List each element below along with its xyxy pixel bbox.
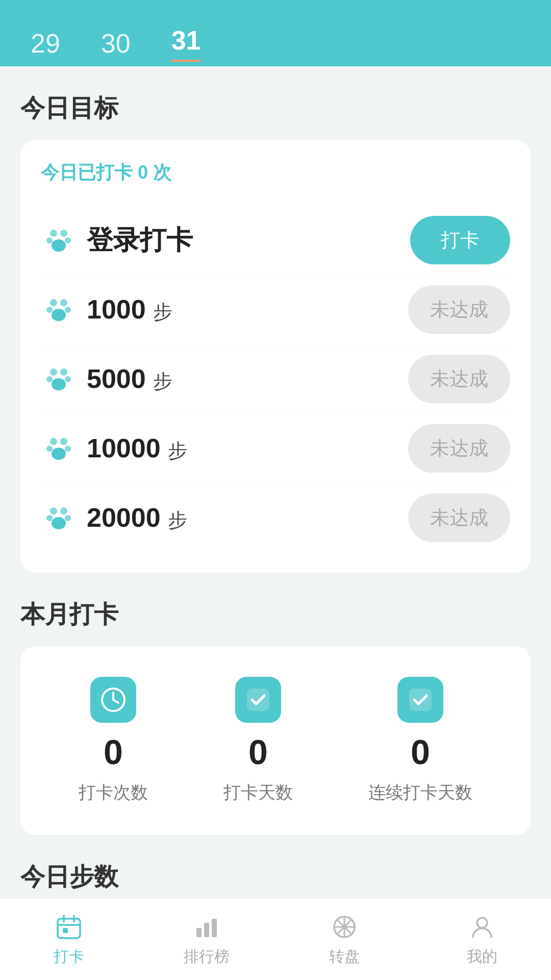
goal-row-5000: 5000 步 未达成 (41, 345, 510, 414)
stat-consecutive-days: 0 连续打卡天数 (368, 677, 472, 804)
user-icon (467, 912, 497, 942)
nav-label-spin: 转盘 (329, 946, 360, 967)
svg-point-12 (46, 376, 53, 382)
svg-rect-40 (196, 928, 202, 937)
main-content: 今日目标 今日已打卡 0 次 登录打卡 打卡 (0, 66, 551, 980)
nav-label-mine: 我的 (467, 946, 497, 967)
goal-text-5000: 5000 步 (87, 363, 172, 395)
check-icon-consecutive (397, 677, 443, 723)
svg-point-2 (46, 237, 53, 243)
incomplete-button-1000[interactable]: 未达成 (408, 285, 510, 334)
svg-point-24 (52, 517, 66, 529)
svg-rect-27 (409, 689, 432, 711)
svg-point-21 (60, 507, 67, 514)
nav-label-checkin: 打卡 (54, 946, 84, 967)
goal-left-5000: 5000 步 (41, 361, 172, 397)
goal-text-1000: 1000 步 (87, 294, 172, 325)
incomplete-button-10000[interactable]: 未达成 (408, 424, 510, 473)
svg-point-19 (52, 448, 66, 460)
svg-point-13 (65, 376, 71, 382)
nav-item-checkin[interactable]: 打卡 (0, 912, 138, 967)
checkin-count: 0 (138, 162, 148, 183)
check-icon-days (235, 677, 281, 723)
svg-point-1 (60, 230, 67, 237)
checkin-button-login[interactable]: 打卡 (410, 216, 510, 264)
svg-point-52 (342, 924, 347, 929)
checkin-subtitle-suffix: 次 (153, 162, 171, 183)
goal-left-1000: 1000 步 (41, 292, 172, 328)
svg-point-17 (46, 446, 53, 452)
today-goal-card: 今日已打卡 0 次 登录打卡 打卡 (20, 140, 531, 573)
stat-label-checkin-days: 打卡天数 (223, 781, 293, 804)
svg-point-53 (477, 918, 487, 928)
header-date-29[interactable]: 29 (31, 28, 60, 59)
stat-label-checkin-count: 打卡次数 (79, 781, 148, 804)
goal-text-10000: 10000 步 (87, 433, 187, 464)
stat-checkin-days: 0 打卡天数 (223, 677, 293, 804)
nav-item-spin[interactable]: 转盘 (276, 912, 413, 967)
svg-point-16 (60, 438, 67, 445)
svg-point-3 (65, 237, 71, 243)
bottom-nav: 打卡 排行榜 (0, 898, 551, 980)
svg-point-4 (52, 239, 66, 252)
header-date-30[interactable]: 30 (101, 28, 131, 59)
monthly-checkin-title: 本月打卡 (20, 598, 531, 631)
svg-point-6 (60, 299, 67, 306)
svg-point-22 (46, 515, 53, 521)
paw-icon-1000 (41, 292, 77, 328)
goal-left-20000: 20000 步 (41, 500, 187, 536)
svg-rect-26 (247, 689, 269, 711)
header: 29 30 31 (0, 0, 551, 66)
goal-left-10000: 10000 步 (41, 431, 187, 467)
goal-row-1000: 1000 步 未达成 (41, 275, 510, 345)
svg-rect-35 (58, 919, 80, 938)
svg-rect-39 (63, 928, 68, 933)
stat-label-consecutive: 连续打卡天数 (368, 781, 472, 804)
svg-point-18 (65, 446, 71, 452)
goal-text-20000: 20000 步 (87, 502, 187, 533)
nav-item-ranking[interactable]: 排行榜 (138, 912, 276, 967)
goal-row-login: 登录打卡 打卡 (41, 206, 510, 275)
svg-rect-42 (212, 919, 217, 937)
incomplete-button-20000[interactable]: 未达成 (408, 494, 510, 542)
paw-icon-5000 (41, 361, 77, 397)
today-steps-title: 今日步数 (20, 861, 531, 893)
svg-point-10 (50, 369, 57, 376)
monthly-checkin-card: 0 打卡次数 0 打卡天数 (20, 646, 531, 835)
checkin-subtitle: 今日已打卡 0 次 (41, 160, 510, 185)
goal-row-20000: 20000 步 未达成 (41, 483, 510, 552)
svg-point-8 (65, 307, 71, 313)
spin-icon (329, 912, 360, 942)
nav-label-ranking: 排行榜 (184, 946, 230, 967)
monthly-stats: 0 打卡次数 0 打卡天数 (41, 667, 510, 815)
svg-point-11 (60, 369, 67, 376)
calendar-icon (54, 912, 84, 942)
header-date-31[interactable]: 31 (171, 25, 201, 62)
today-goal-title: 今日目标 (20, 92, 531, 125)
goal-row-10000: 10000 步 未达成 (41, 414, 510, 483)
svg-point-20 (50, 507, 57, 514)
svg-point-7 (46, 307, 53, 313)
svg-rect-41 (204, 923, 209, 937)
nav-item-mine[interactable]: 我的 (413, 912, 551, 967)
paw-icon-10000 (41, 431, 77, 467)
stat-number-checkin-days: 0 (248, 732, 268, 772)
svg-point-14 (52, 378, 66, 390)
svg-point-15 (50, 438, 57, 445)
stat-number-consecutive: 0 (411, 732, 430, 772)
svg-point-5 (50, 299, 57, 306)
clock-icon (90, 677, 136, 723)
svg-point-9 (52, 309, 66, 321)
svg-point-0 (50, 230, 57, 237)
incomplete-button-5000[interactable]: 未达成 (408, 355, 510, 403)
goal-text-login: 登录打卡 (87, 223, 193, 258)
svg-point-23 (65, 515, 71, 521)
stat-number-checkin-count: 0 (104, 732, 123, 772)
paw-icon-20000 (41, 500, 77, 536)
stat-checkin-count: 0 打卡次数 (79, 677, 148, 804)
checkin-subtitle-prefix: 今日已打卡 (41, 162, 133, 183)
goal-left-login: 登录打卡 (41, 223, 193, 258)
chart-icon (191, 912, 222, 942)
paw-icon-login (41, 223, 77, 258)
